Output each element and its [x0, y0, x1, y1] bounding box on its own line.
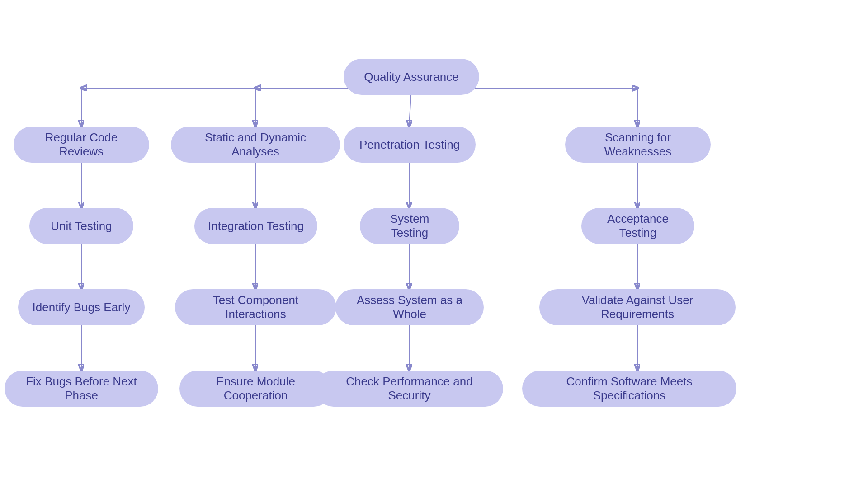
node-col3-n2: System Testing	[360, 208, 459, 244]
node-col2-n2: Integration Testing	[194, 208, 317, 244]
node-col2-n3: Test Component Interactions	[175, 289, 336, 325]
node-col2-n1: Static and Dynamic Analyses	[171, 127, 340, 163]
node-root: Quality Assurance	[344, 59, 479, 95]
node-col4-n4: Confirm Software Meets Specifications	[522, 371, 736, 407]
node-col1-n4: Fix Bugs Before Next Phase	[5, 371, 158, 407]
node-col1-n1: Regular Code Reviews	[14, 127, 149, 163]
node-col3-n4: Check Performance and Security	[316, 371, 503, 407]
node-col1-n2: Unit Testing	[29, 208, 133, 244]
node-col4-n3: Validate Against User Requirements	[539, 289, 736, 325]
node-col4-n1: Scanning for Weaknesses	[565, 127, 711, 163]
node-col2-n4: Ensure Module Cooperation	[179, 371, 332, 407]
node-col4-n2: Acceptance Testing	[581, 208, 694, 244]
node-col3-n3: Assess System as a Whole	[335, 289, 484, 325]
node-col3-n1: Penetration Testing	[344, 127, 476, 163]
diagram-container: Quality Assurance Regular Code Reviews U…	[0, 0, 868, 488]
node-col1-n3: Identify Bugs Early	[18, 289, 145, 325]
